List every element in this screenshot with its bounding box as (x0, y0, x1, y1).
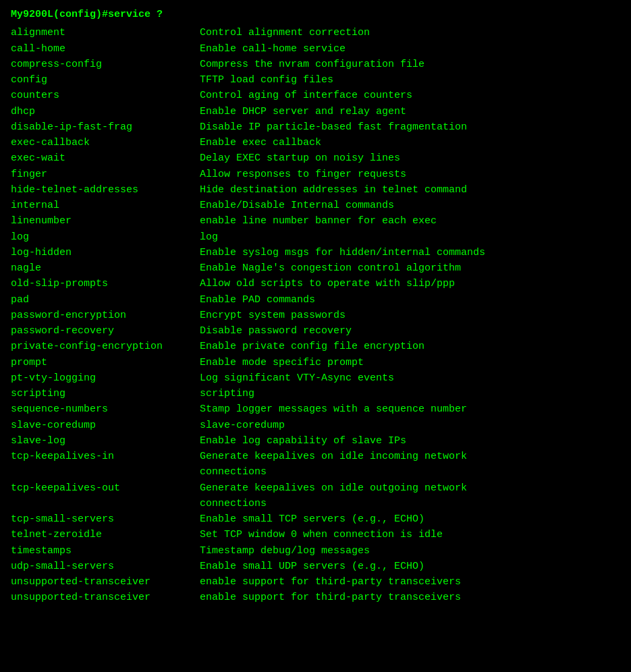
table-row: linenumberenable line number banner for … (11, 213, 620, 229)
command-name: log (11, 229, 200, 245)
command-name: linenumber (11, 213, 200, 229)
command-name: unsupported-transceiver (11, 574, 200, 590)
command-description: Control alignment correction (200, 25, 620, 40)
command-name: finger (11, 167, 200, 182)
command-description: enable support for third-party transceiv… (200, 574, 620, 590)
command-description: Enable private config file encryption (200, 339, 620, 354)
command-description: Disable IP particle-based fast fragmenta… (200, 119, 620, 135)
table-row: exec-callbackEnable exec callback (11, 135, 620, 150)
command-name: timestamps (11, 543, 200, 559)
command-description: slave-coredump (200, 418, 620, 433)
table-row: udp-small-serversEnable small UDP server… (11, 559, 620, 574)
table-row: loglog (11, 229, 620, 245)
command-name: exec-callback (11, 135, 200, 150)
command-description: Enable/Disable Internal commands (200, 198, 620, 213)
table-row: fingerAllow responses to finger requests (11, 167, 620, 182)
command-name: counters (11, 88, 200, 103)
command-name: exec-wait (11, 150, 200, 166)
command-description: enable line number banner for each exec (200, 213, 620, 229)
table-row: scriptingscripting (11, 386, 620, 401)
table-row: old-slip-promptsAllow old scripts to ope… (11, 276, 620, 291)
command-name: config (11, 72, 200, 88)
command-description: Generate keepalives on idle incoming net… (200, 449, 620, 480)
table-row: unsupported-transceiverenable support fo… (11, 574, 620, 590)
command-name: disable-ip-fast-frag (11, 119, 200, 135)
table-row: exec-waitDelay EXEC startup on noisy lin… (11, 150, 620, 166)
command-description: Hide destination addresses in telnet com… (200, 182, 620, 198)
command-description: Enable log capability of slave IPs (200, 433, 620, 449)
command-name: slave-coredump (11, 418, 200, 433)
command-name: alignment (11, 25, 200, 40)
command-description: Log significant VTY-Async events (200, 370, 620, 386)
command-description: Encrypt system passwords (200, 308, 620, 323)
command-name: hide-telnet-addresses (11, 182, 200, 198)
table-row: unsupported-transceiverenable support fo… (11, 590, 620, 605)
command-name: old-slip-prompts (11, 276, 200, 291)
command-name: pt-vty-logging (11, 370, 200, 386)
command-name: tcp-small-servers (11, 511, 200, 527)
command-name: scripting (11, 386, 200, 401)
table-row: tcp-small-serversEnable small TCP server… (11, 511, 620, 527)
table-row: private-config-encryptionEnable private … (11, 339, 620, 354)
command-name: udp-small-servers (11, 559, 200, 574)
command-name: tcp-keepalives-out (11, 480, 200, 512)
table-row: slave-logEnable log capability of slave … (11, 433, 620, 449)
table-row: hide-telnet-addressesHide destination ad… (11, 182, 620, 198)
command-name: pad (11, 292, 200, 308)
command-description: Enable Nagle's congestion control algori… (200, 260, 620, 276)
command-description: Compress the nvram configuration file (200, 57, 620, 72)
table-row: configTFTP load config files (11, 72, 620, 88)
table-row: tcp-keepalives-inGenerate keepalives on … (11, 449, 620, 480)
command-description: log (200, 229, 620, 245)
command-description: Control aging of interface counters (200, 88, 620, 103)
command-name: password-recovery (11, 323, 200, 339)
command-description: Enable call-home service (200, 41, 620, 57)
table-row: telnet-zeroidleSet TCP window 0 when con… (11, 527, 620, 542)
table-row: internalEnable/Disable Internal commands (11, 198, 620, 213)
command-description: Enable mode specific prompt (200, 355, 620, 370)
command-name: slave-log (11, 433, 200, 449)
command-name: log-hidden (11, 245, 200, 260)
command-name: telnet-zeroidle (11, 527, 200, 542)
command-description: Set TCP window 0 when connection is idle (200, 527, 620, 542)
table-row: call-homeEnable call-home service (11, 41, 620, 57)
command-description: scripting (200, 386, 620, 401)
table-row: promptEnable mode specific prompt (11, 355, 620, 370)
table-row: pt-vty-loggingLog significant VTY-Async … (11, 370, 620, 386)
command-description: Delay EXEC startup on noisy lines (200, 150, 620, 166)
command-description: Disable password recovery (200, 323, 620, 339)
table-row: password-encryptionEncrypt system passwo… (11, 308, 620, 323)
command-description: Enable PAD commands (200, 292, 620, 308)
command-description: Allow responses to finger requests (200, 167, 620, 182)
table-row: timestampsTimestamp debug/log messages (11, 543, 620, 559)
command-description: Enable small TCP servers (e.g., ECHO) (200, 511, 620, 527)
command-name: tcp-keepalives-in (11, 449, 200, 480)
command-name: password-encryption (11, 308, 200, 323)
command-table: alignmentControl alignment correctioncal… (11, 25, 620, 605)
command-name: compress-config (11, 57, 200, 72)
table-row: disable-ip-fast-fragDisable IP particle-… (11, 119, 620, 135)
command-description: Enable small UDP servers (e.g., ECHO) (200, 559, 620, 574)
command-description: Enable syslog msgs for hidden/internal c… (200, 245, 620, 260)
prompt-line[interactable]: My9200L(config)#service ? (11, 7, 620, 22)
command-description: Enable DHCP server and relay agent (200, 104, 620, 119)
command-description: enable support for third-party transceiv… (200, 590, 620, 605)
command-name: unsupported-transceiver (11, 590, 200, 605)
command-name: call-home (11, 41, 200, 57)
table-row: nagleEnable Nagle's congestion control a… (11, 260, 620, 276)
command-name: prompt (11, 355, 200, 370)
table-row: sequence-numbersStamp logger messages wi… (11, 401, 620, 417)
table-row: tcp-keepalives-outGenerate keepalives on… (11, 480, 620, 512)
terminal: My9200L(config)#service ? alignmentContr… (11, 7, 620, 606)
table-row: countersControl aging of interface count… (11, 88, 620, 103)
table-row: slave-coredumpslave-coredump (11, 418, 620, 433)
command-description: Enable exec callback (200, 135, 620, 150)
command-name: private-config-encryption (11, 339, 200, 354)
command-name: internal (11, 198, 200, 213)
table-row: password-recoveryDisable password recove… (11, 323, 620, 339)
command-name: dhcp (11, 104, 200, 119)
table-row: compress-configCompress the nvram config… (11, 57, 620, 72)
command-name: sequence-numbers (11, 401, 200, 417)
table-row: dhcpEnable DHCP server and relay agent (11, 104, 620, 119)
command-description: Timestamp debug/log messages (200, 543, 620, 559)
